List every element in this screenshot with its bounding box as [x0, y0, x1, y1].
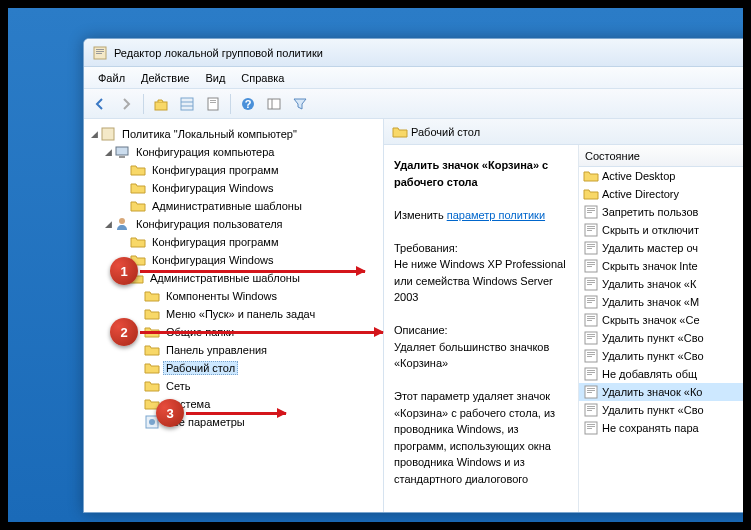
annotation-arrow — [140, 270, 365, 273]
tree-root[interactable]: ◢Политика "Локальный компьютер" — [86, 125, 381, 143]
list-item[interactable]: Удалить пункт «Сво — [579, 329, 743, 347]
right-header-title: Рабочий стол — [411, 126, 480, 138]
list-item[interactable]: Скрыть и отключит — [579, 221, 743, 239]
svg-rect-5 — [181, 98, 193, 110]
tree-item[interactable]: Сеть — [86, 377, 381, 395]
svg-rect-22 — [587, 208, 595, 209]
tree-item[interactable]: Компоненты Windows — [86, 287, 381, 305]
tree-label: Административные шаблоны — [147, 271, 303, 285]
svg-rect-4 — [155, 102, 167, 110]
titlebar[interactable]: Редактор локальной групповой политики — [84, 39, 743, 67]
list-item[interactable]: Удалить пункт «Сво — [579, 347, 743, 365]
tree-label: Сеть — [163, 379, 193, 393]
list-item[interactable]: Скрыть значок «Се — [579, 311, 743, 329]
tree-label: Административные шаблоны — [149, 199, 305, 213]
tree-item[interactable]: Конфигурация Windows — [86, 179, 381, 197]
forward-button[interactable] — [114, 92, 138, 116]
list-item[interactable]: Удалить значок «К — [579, 275, 743, 293]
svg-rect-60 — [587, 374, 592, 375]
list-item[interactable]: Active Desktop — [579, 167, 743, 185]
list-item-label: Скрыть значок Inte — [602, 260, 698, 272]
svg-rect-3 — [96, 53, 102, 54]
app-icon — [92, 45, 108, 61]
svg-rect-23 — [587, 210, 595, 211]
svg-rect-54 — [587, 352, 595, 353]
svg-rect-26 — [587, 226, 595, 227]
menubar: Файл Действие Вид Справка — [84, 67, 743, 89]
tree-item[interactable]: Все параметры — [86, 413, 381, 431]
svg-rect-59 — [587, 372, 595, 373]
list-panel: Состояние Active DesktopActive Directory… — [579, 145, 743, 512]
folder-icon — [144, 378, 160, 394]
desc-label: Описание: — [394, 324, 448, 336]
tree-item[interactable]: Административные шаблоны — [86, 197, 381, 215]
tree-panel[interactable]: ◢Политика "Локальный компьютер" ◢Конфигу… — [84, 119, 384, 512]
change-link[interactable]: параметр политики — [447, 209, 545, 221]
svg-rect-30 — [587, 244, 595, 245]
svg-rect-58 — [587, 370, 595, 371]
list-body[interactable]: Active DesktopActive DirectoryЗапретить … — [579, 167, 743, 512]
svg-rect-35 — [587, 264, 595, 265]
list-item[interactable]: Удалить мастер оч — [579, 239, 743, 257]
tree-item[interactable]: Конфигурация программ — [86, 161, 381, 179]
menu-file[interactable]: Файл — [90, 70, 133, 86]
list-item-label: Удалить мастер оч — [602, 242, 698, 254]
list-item[interactable]: Запретить пользов — [579, 203, 743, 221]
svg-rect-40 — [587, 284, 592, 285]
svg-rect-1 — [96, 49, 104, 50]
list-column-state[interactable]: Состояние — [579, 145, 743, 167]
svg-rect-71 — [587, 426, 595, 427]
list-item[interactable]: Удалить значок «Ко — [579, 383, 743, 401]
filter-button[interactable] — [288, 92, 312, 116]
svg-rect-10 — [210, 102, 216, 103]
tree-item[interactable]: Система — [86, 395, 381, 413]
tree-label: Конфигурация Windows — [149, 181, 277, 195]
tree-item[interactable]: Конфигурация программ — [86, 233, 381, 251]
annotation-marker: 1 — [110, 257, 138, 285]
right-header: Рабочий стол — [384, 119, 743, 145]
computer-icon — [114, 144, 130, 160]
annotation-marker: 2 — [110, 318, 138, 346]
help-button[interactable]: ? — [236, 92, 260, 116]
menu-action[interactable]: Действие — [133, 70, 197, 86]
gpedit-window: Редактор локальной групповой политики Фа… — [83, 38, 743, 513]
tree-user-config[interactable]: ◢Конфигурация пользователя — [86, 215, 381, 233]
req-text: Не ниже Windows XP Professional или семе… — [394, 258, 566, 303]
list-item-label: Удалить пункт «Сво — [602, 350, 704, 362]
svg-rect-66 — [587, 406, 595, 407]
list-item[interactable]: Скрыть значок Inte — [579, 257, 743, 275]
list-item[interactable]: Удалить значок «М — [579, 293, 743, 311]
tree-label: Рабочий стол — [163, 361, 238, 375]
svg-rect-44 — [587, 302, 592, 303]
change-label: Изменить — [394, 209, 444, 221]
tree-desktop[interactable]: Рабочий стол — [86, 359, 381, 377]
details-button[interactable] — [262, 92, 286, 116]
folder-icon — [144, 360, 160, 376]
right-panel: Рабочий стол Удалить значок «Корзина» с … — [384, 119, 743, 512]
annotation-arrow — [186, 412, 286, 415]
list-view-button[interactable] — [175, 92, 199, 116]
list-item[interactable]: Не добавлять общ — [579, 365, 743, 383]
watermark: user-life.com — [643, 495, 729, 512]
req-label: Требования: — [394, 242, 458, 254]
up-button[interactable] — [149, 92, 173, 116]
menu-help[interactable]: Справка — [233, 70, 292, 86]
tree-label: Панель управления — [163, 343, 270, 357]
svg-rect-2 — [96, 51, 104, 52]
folder-icon — [392, 124, 408, 140]
tree-label: Конфигурация пользователя — [133, 217, 286, 231]
list-item[interactable]: Не сохранять пара — [579, 419, 743, 437]
list-item[interactable]: Active Directory — [579, 185, 743, 203]
annotation-arrow — [140, 331, 383, 334]
detail-panel: Удалить значок «Корзина» с рабочего стол… — [384, 145, 579, 512]
list-item[interactable]: Удалить пункт «Сво — [579, 401, 743, 419]
svg-rect-34 — [587, 262, 595, 263]
back-button[interactable] — [88, 92, 112, 116]
properties-button[interactable] — [201, 92, 225, 116]
svg-rect-47 — [587, 318, 595, 319]
svg-rect-31 — [587, 246, 595, 247]
tree-computer-config[interactable]: ◢Конфигурация компьютера — [86, 143, 381, 161]
svg-rect-51 — [587, 336, 595, 337]
list-item-label: Не сохранять пара — [602, 422, 699, 434]
menu-view[interactable]: Вид — [197, 70, 233, 86]
